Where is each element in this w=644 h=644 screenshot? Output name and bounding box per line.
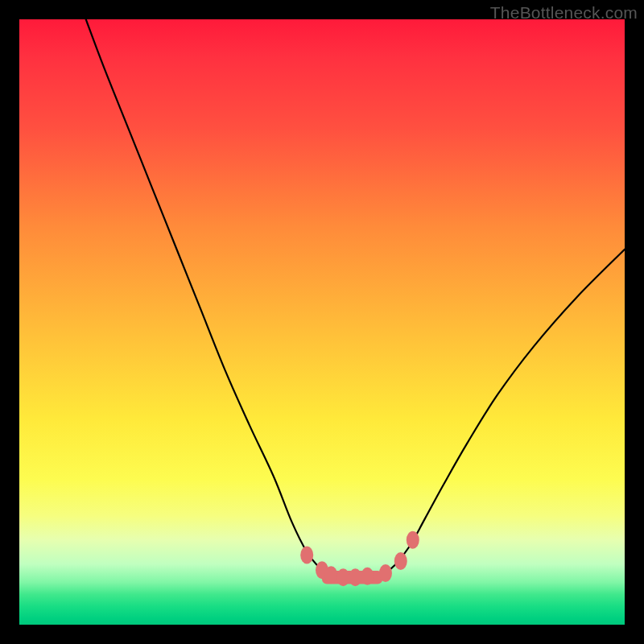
- trough-marker: [336, 568, 349, 586]
- plot-area: [19, 19, 625, 625]
- chart-frame: TheBottleneck.com: [0, 0, 644, 644]
- left-curve: [86, 19, 328, 575]
- chart-svg: [19, 19, 625, 625]
- trough-markers: [300, 531, 419, 587]
- trough-marker: [361, 568, 374, 585]
- right-curve: [382, 250, 625, 576]
- trough-marker: [407, 531, 419, 549]
- trough-marker: [379, 564, 392, 582]
- trough-marker: [300, 547, 313, 564]
- trough-marker: [394, 552, 407, 570]
- trough-marker: [349, 568, 361, 586]
- trough-marker: [324, 566, 337, 584]
